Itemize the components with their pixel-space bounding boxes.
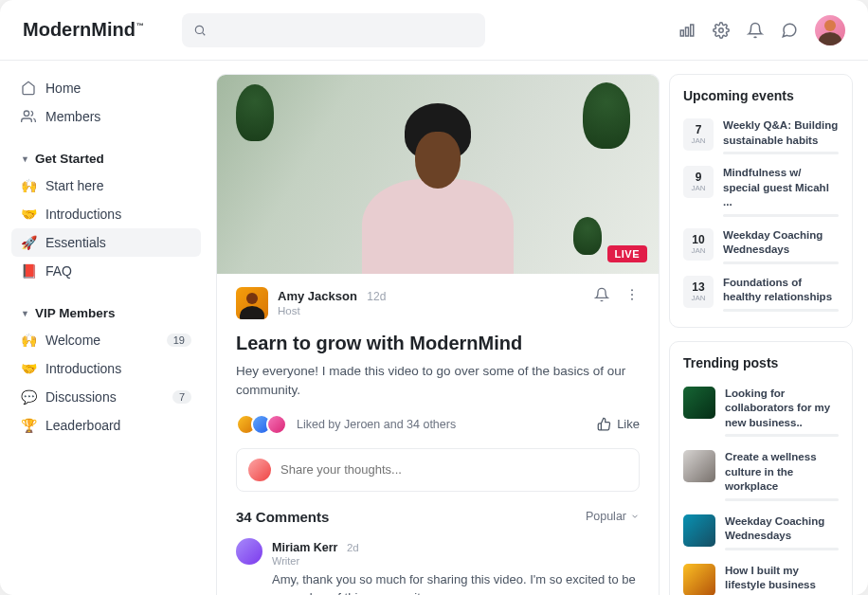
svg-rect-4 xyxy=(691,25,694,36)
svg-rect-3 xyxy=(686,27,689,36)
date-badge: 13JAN xyxy=(683,276,714,308)
post-description: Hey everyone! I made this video to go ov… xyxy=(236,362,640,401)
more-icon[interactable] xyxy=(624,287,640,302)
search-icon xyxy=(193,24,207,37)
trending-item[interactable]: How I built my lifestyle business feat. … xyxy=(683,557,839,595)
live-badge: LIVE xyxy=(607,245,647,262)
nav-label: Members xyxy=(45,109,100,124)
sort-dropdown[interactable]: Popular xyxy=(586,510,640,523)
comment-input[interactable] xyxy=(236,448,640,492)
trending-item[interactable]: Looking for collaborators for my new bus… xyxy=(683,380,839,444)
event-item[interactable]: 7JAN Weekly Q&A: Building sustainable ha… xyxy=(683,113,839,160)
svg-point-6 xyxy=(24,111,28,116)
nav-vip-introductions[interactable]: 🤝 Introductions xyxy=(11,354,201,383)
post-thumbnail xyxy=(683,387,715,419)
settings-icon[interactable] xyxy=(713,22,730,39)
liked-by-text[interactable]: Liked by Jeroen and 34 others xyxy=(297,418,456,431)
nav-members[interactable]: Members xyxy=(11,102,201,131)
progress-bar xyxy=(725,498,839,501)
event-item[interactable]: 10JAN Weekday Coaching Wednesdays xyxy=(683,223,839,270)
emoji-icon: 🙌 xyxy=(21,333,36,348)
progress-bar xyxy=(723,261,839,264)
event-title: Foundations of healthy relationships xyxy=(723,276,839,305)
post-video[interactable]: LIVE xyxy=(217,75,659,274)
comment-field[interactable] xyxy=(280,462,627,477)
nav-label: Introductions xyxy=(45,361,121,376)
commenter-avatar[interactable] xyxy=(236,538,262,565)
progress-bar xyxy=(723,152,839,154)
messages-icon[interactable] xyxy=(781,22,798,39)
commenter-role: Writer xyxy=(272,555,640,567)
app-frame: ModernMind™ xyxy=(0,0,868,595)
trending-item[interactable]: Weekday Coaching Wednesdays xyxy=(683,508,839,557)
comment-time: 2d xyxy=(347,542,359,553)
section-header-vip[interactable]: ▼ VIP Members xyxy=(11,298,201,326)
nav-label: Discussions xyxy=(45,389,117,405)
author-name[interactable]: Amy Jackson xyxy=(278,289,357,303)
nav-introductions[interactable]: 🤝 Introductions xyxy=(11,200,201,228)
search-field[interactable] xyxy=(214,23,474,37)
notifications-icon[interactable] xyxy=(747,22,764,39)
trending-item[interactable]: Create a wellness culture in the workpla… xyxy=(683,443,839,508)
svg-rect-2 xyxy=(680,30,683,36)
search-input[interactable] xyxy=(182,13,485,47)
analytics-icon[interactable] xyxy=(678,22,696,39)
trend-title: Create a wellness culture in the workpla… xyxy=(725,450,839,495)
emoji-icon: 💬 xyxy=(21,389,36,405)
nav-label: Essentials xyxy=(45,235,106,250)
svg-point-5 xyxy=(719,27,724,32)
post-thumbnail xyxy=(683,514,715,547)
svg-point-9 xyxy=(631,298,633,300)
emoji-icon: 🚀 xyxy=(21,235,36,250)
event-title: Weekday Coaching Wednesdays xyxy=(723,228,839,258)
notify-icon[interactable] xyxy=(594,287,609,302)
progress-bar xyxy=(725,548,839,550)
chevron-down-icon: ▼ xyxy=(21,154,29,164)
top-actions xyxy=(678,15,845,45)
home-icon xyxy=(21,81,36,96)
user-avatar[interactable] xyxy=(815,15,845,45)
nav-start-here[interactable]: 🙌 Start here xyxy=(11,171,201,200)
emoji-icon: 🤝 xyxy=(21,207,36,222)
nav-home[interactable]: Home xyxy=(11,74,201,102)
nav-faq[interactable]: 📕 FAQ xyxy=(11,257,201,285)
date-badge: 7JAN xyxy=(683,118,714,151)
thumbs-up-icon xyxy=(597,417,611,431)
like-button[interactable]: Like xyxy=(597,417,640,431)
author-avatar[interactable] xyxy=(236,287,268,319)
sidebar: Home Members ▼ Get Started 🙌 Start here … xyxy=(0,61,212,595)
event-title: Mindfulness w/ special guest Micahl ... xyxy=(723,166,839,210)
comment-item: Miriam Kerr 2d Writer Amy, thank you so … xyxy=(236,538,640,596)
commenter-name[interactable]: Miriam Kerr xyxy=(272,541,337,554)
count-badge: 7 xyxy=(172,390,191,404)
post-thumbnail xyxy=(683,564,715,595)
svg-point-7 xyxy=(631,289,633,291)
brand-logo[interactable]: ModernMind™ xyxy=(23,19,144,41)
emoji-icon: 🙌 xyxy=(21,178,36,193)
liker-avatars[interactable] xyxy=(236,414,287,435)
progress-bar xyxy=(723,214,839,217)
decorative-plant xyxy=(573,217,602,255)
event-item[interactable]: 13JAN Foundations of healthy relationshi… xyxy=(683,270,839,317)
decorative-plant xyxy=(583,82,630,149)
date-badge: 10JAN xyxy=(683,228,714,261)
nav-essentials[interactable]: 🚀 Essentials xyxy=(11,228,201,257)
nav-discussions[interactable]: 💬 Discussions 7 xyxy=(11,383,201,411)
section-header-get-started[interactable]: ▼ Get Started xyxy=(11,144,201,171)
body: Home Members ▼ Get Started 🙌 Start here … xyxy=(0,61,868,595)
topbar: ModernMind™ xyxy=(0,0,868,61)
trend-title: How I built my lifestyle business feat. … xyxy=(725,564,839,595)
comments-count: 34 Comments xyxy=(236,509,329,525)
nav-leaderboard[interactable]: 🏆 Leaderboard xyxy=(11,411,201,440)
count-badge: 19 xyxy=(167,334,191,347)
nav-label: Home xyxy=(45,81,81,96)
decorative-plant xyxy=(236,84,274,141)
members-icon xyxy=(21,109,36,124)
svg-point-0 xyxy=(195,26,203,33)
post-title: Learn to grow with ModernMind xyxy=(236,333,640,354)
event-item[interactable]: 9JAN Mindfulness w/ special guest Micahl… xyxy=(683,160,839,223)
nav-welcome[interactable]: 🙌 Welcome 19 xyxy=(11,326,201,354)
emoji-icon: 🤝 xyxy=(21,361,36,376)
panel-title: Trending posts xyxy=(683,355,839,370)
progress-bar xyxy=(725,434,839,437)
